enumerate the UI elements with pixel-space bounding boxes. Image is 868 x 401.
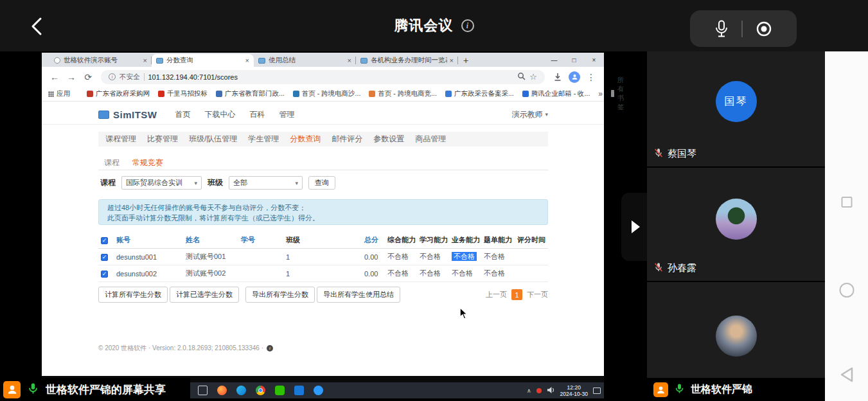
topnav-home[interactable]: 首页 bbox=[175, 109, 191, 120]
bookmark-item[interactable]: 千里马招投标 bbox=[158, 89, 208, 98]
topnav-admin[interactable]: 管理 bbox=[279, 109, 295, 120]
select-all-checkbox[interactable] bbox=[101, 237, 108, 244]
export-scores-button[interactable]: 导出所有学生分数 bbox=[245, 287, 315, 303]
nav-competition-mgmt[interactable]: 比赛管理 bbox=[147, 134, 178, 145]
tab-title: 使用总结 bbox=[269, 56, 345, 65]
next-page-button[interactable]: 下一页 bbox=[527, 290, 548, 299]
site-logo[interactable]: SimITSW bbox=[98, 109, 157, 120]
prev-page-button[interactable]: 上一页 bbox=[486, 290, 507, 299]
panel-expand-button[interactable] bbox=[621, 193, 647, 261]
nav-product-mgmt[interactable]: 商品管理 bbox=[415, 134, 446, 145]
col-total-score[interactable]: 总分 bbox=[362, 232, 385, 249]
speaker-icon[interactable] bbox=[547, 385, 555, 397]
notification-center-icon[interactable] bbox=[593, 388, 601, 394]
browser-back-icon[interactable]: ← bbox=[47, 69, 62, 85]
browser-tab-1[interactable]: 世格软件演示账号 × bbox=[49, 54, 152, 67]
task-view-icon[interactable] bbox=[198, 386, 208, 395]
bookmark-label: 广东政采云备案采... bbox=[454, 89, 514, 98]
chrome-icon[interactable] bbox=[256, 386, 265, 395]
browser-tab-4[interactable]: 各机构业务办理时间一览表 - ... × bbox=[356, 54, 458, 67]
tray-expand-icon[interactable]: ∧ bbox=[527, 388, 531, 394]
table-row-1: desunstu001 测试账号001 1 0.00 不合格 不合格 不合格 不… bbox=[98, 249, 548, 265]
tab-course[interactable]: 课程 bbox=[104, 157, 120, 168]
favicon bbox=[87, 91, 93, 97]
tab-close-icon[interactable]: × bbox=[143, 57, 147, 64]
nav-class-team-mgmt[interactable]: 班级/队伍管理 bbox=[189, 134, 237, 145]
participant-tile-3[interactable]: 世格软件严锦 bbox=[647, 282, 825, 401]
calc-selected-students-button[interactable]: 计算已选学生分数 bbox=[170, 287, 239, 303]
firefox-icon[interactable] bbox=[217, 386, 227, 395]
participant-tile-2[interactable]: 孙春露 bbox=[647, 168, 825, 281]
zoom-icon[interactable] bbox=[517, 71, 526, 83]
row-checkbox[interactable] bbox=[101, 254, 108, 261]
calc-all-students-button[interactable]: 计算所有学生分数 bbox=[98, 287, 168, 303]
topnav-wiki[interactable]: 百科 bbox=[250, 109, 265, 120]
col-account[interactable]: 账号 bbox=[114, 232, 183, 249]
cell-total-score: 0.00 bbox=[362, 249, 385, 265]
col-student-id[interactable]: 学号 bbox=[238, 232, 283, 249]
nav-mail-scoring[interactable]: 邮件评分 bbox=[332, 134, 362, 145]
bookmark-star-icon[interactable]: ☆ bbox=[529, 72, 537, 82]
col-name[interactable]: 姓名 bbox=[183, 232, 238, 249]
bookmark-item[interactable]: 广东政采云备案采... bbox=[445, 89, 514, 98]
sharer-avatar-icon bbox=[3, 381, 21, 398]
favicon bbox=[522, 91, 529, 97]
browser-tab-3[interactable]: 使用总结 × bbox=[254, 54, 356, 67]
record-icon[interactable] bbox=[756, 21, 772, 37]
address-bar[interactable]: i 不安全 101.132.194.40:7101/scores ☆ bbox=[101, 70, 545, 84]
browser-menu-icon[interactable]: ⋮ bbox=[583, 69, 599, 85]
microphone-icon[interactable] bbox=[714, 20, 729, 38]
bookmark-apps[interactable]: 应用 bbox=[48, 89, 70, 98]
monitor-favicon bbox=[258, 58, 265, 64]
nav-student-mgmt[interactable]: 学生管理 bbox=[248, 134, 279, 145]
class-select[interactable]: 全部 ▾ bbox=[229, 176, 303, 190]
browser-tab-2-active[interactable]: 分数查询 × bbox=[152, 54, 254, 67]
bookmark-item[interactable]: 广东省教育部门政... bbox=[216, 89, 285, 98]
mail-app-icon[interactable] bbox=[294, 386, 304, 395]
query-button[interactable]: 查询 bbox=[308, 176, 335, 190]
row-checkbox[interactable] bbox=[101, 271, 108, 278]
course-select-value: 国际贸易综合实训 bbox=[126, 178, 194, 188]
bookmark-label: 应用 bbox=[57, 89, 70, 98]
recents-icon[interactable] bbox=[841, 197, 852, 208]
minimize-icon[interactable]: — bbox=[544, 53, 564, 67]
android-back-icon[interactable] bbox=[839, 366, 855, 386]
download-icon[interactable] bbox=[550, 69, 565, 85]
nav-parameter-settings[interactable]: 参数设置 bbox=[373, 134, 404, 145]
user-menu[interactable]: 演示教师 ▾ bbox=[511, 109, 548, 120]
tab-close-icon[interactable]: × bbox=[245, 57, 249, 64]
nav-course-mgmt[interactable]: 课程管理 bbox=[105, 134, 136, 145]
maximize-icon[interactable]: □ bbox=[564, 53, 584, 67]
browser-tabstrip: 世格软件演示账号 × 分数查询 × 使用总结 × bbox=[42, 53, 604, 67]
current-page-button[interactable]: 1 bbox=[511, 289, 522, 300]
close-icon[interactable]: × bbox=[584, 53, 604, 67]
tab-close-icon[interactable]: × bbox=[348, 57, 351, 64]
mic-muted-icon bbox=[653, 262, 664, 274]
taskbar-clock[interactable]: 12:20 2024-10-30 bbox=[560, 384, 588, 397]
wechat-icon[interactable] bbox=[275, 386, 285, 395]
favicon bbox=[293, 91, 299, 97]
course-select[interactable]: 国际贸易综合实训 ▾ bbox=[121, 176, 202, 190]
new-tab-icon[interactable]: + bbox=[458, 54, 474, 67]
topnav-downloads[interactable]: 下载中心 bbox=[205, 109, 236, 120]
bookmark-item[interactable]: 首页 - 跨境电商沙... bbox=[293, 89, 361, 98]
all-bookmarks[interactable]: 所有书签 bbox=[611, 76, 629, 112]
export-usage-summary-button[interactable]: 导出所有学生使用总结 bbox=[317, 287, 400, 303]
edge-icon[interactable] bbox=[236, 386, 246, 395]
notice-line-2: 此页面手动计算分数无限制，将计算所有学生（或已选学生）得分。 bbox=[107, 213, 539, 223]
profile-avatar-icon[interactable] bbox=[569, 71, 580, 83]
browser-forward-icon[interactable]: → bbox=[64, 69, 79, 85]
nav-score-query[interactable]: 分数查询 bbox=[290, 134, 321, 145]
bookmark-item[interactable]: 广东省政府采购网 bbox=[87, 89, 150, 98]
home-icon[interactable] bbox=[839, 283, 854, 298]
participant-tile-1[interactable]: 国琴 蔡国琴 bbox=[647, 51, 825, 166]
bookmark-item[interactable]: 腾讯企业邮箱 - 收... bbox=[522, 89, 590, 98]
tab-regular-competition[interactable]: 常规竞赛 bbox=[132, 157, 163, 168]
tab-close-icon[interactable]: × bbox=[450, 57, 454, 64]
browser-reload-icon[interactable]: ⟳ bbox=[80, 69, 96, 85]
bookmark-item[interactable]: 首页 - 跨境电商竞... bbox=[369, 89, 437, 98]
tray-app-icon[interactable] bbox=[536, 388, 542, 393]
info-icon[interactable]: i bbox=[461, 19, 474, 32]
bookmarks-overflow-icon[interactable]: » bbox=[598, 89, 603, 98]
dingtalk-icon[interactable] bbox=[314, 386, 323, 395]
